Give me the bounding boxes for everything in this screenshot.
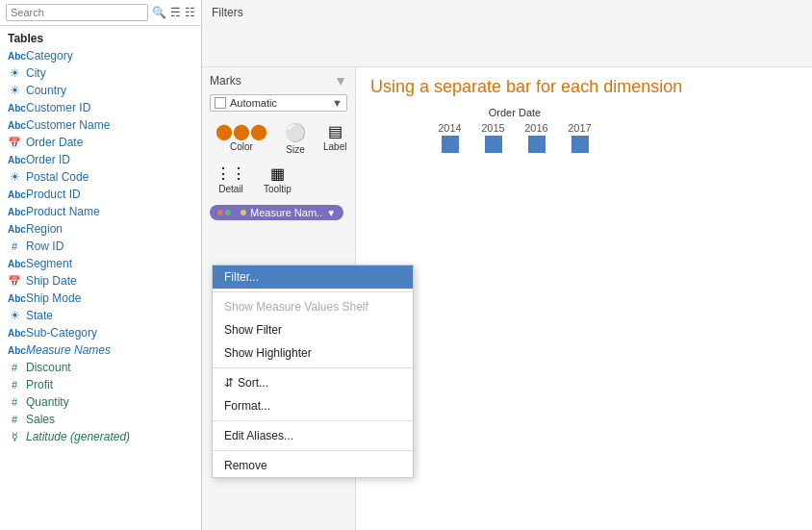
abc-icon: Abc (8, 344, 21, 356)
measure-pill[interactable]: Measure Nam.. ▼ (210, 205, 343, 220)
sidebar-item-label-state: State (26, 309, 53, 322)
sidebar-item-sales[interactable]: #Sales (0, 411, 201, 428)
sidebar-item-order-id[interactable]: AbcOrder ID (0, 151, 201, 168)
calendar-icon: 📅 (8, 275, 21, 288)
context-edit-aliases[interactable]: Edit Aliases... (213, 424, 413, 447)
marks-btn-row1: ⬤⬤⬤ Color ⚪ Size ▤ Label (210, 119, 347, 158)
sidebar-item-state[interactable]: ☀State (0, 307, 201, 324)
globe-icon: ☀ (8, 170, 21, 184)
hash-icon: # (8, 362, 21, 373)
context-divider2 (213, 367, 413, 368)
marks-btn-row2: ⋮⋮ Detail ▦ Tooltip (210, 162, 347, 197)
bar-2015 (485, 136, 502, 153)
sidebar-item-city[interactable]: ☀City (0, 64, 201, 82)
sidebar-item-category[interactable]: AbcCategory (0, 47, 201, 64)
size-icon: ⚪ (285, 122, 306, 143)
context-divider4 (213, 450, 413, 451)
sidebar-item-label-row-id: Row ID (26, 240, 63, 253)
sidebar-item-label-order-date: Order Date (26, 136, 83, 149)
hash-blue-icon: # (8, 240, 21, 252)
sidebar-item-label-sales: Sales (26, 413, 55, 426)
pill-dots (217, 210, 246, 215)
search-input[interactable] (6, 4, 148, 21)
context-divider1 (213, 291, 413, 292)
sidebar-item-country[interactable]: ☀Country (0, 82, 201, 99)
sidebar-item-customer-name[interactable]: AbcCustomer Name (0, 116, 201, 134)
context-sort[interactable]: ⇵ Sort... (213, 371, 413, 394)
sidebar-item-customer-id[interactable]: AbcCustomer ID (0, 99, 201, 116)
sort-icon: ⇵ (224, 376, 234, 390)
sidebar-item-ship-mode[interactable]: AbcShip Mode (0, 290, 201, 307)
filter-button[interactable]: ☴ (170, 6, 181, 19)
sidebar-item-segment[interactable]: AbcSegment (0, 255, 201, 272)
abc-icon: Abc (8, 258, 21, 269)
context-show-highlighter[interactable]: Show Highlighter (213, 341, 413, 365)
marks-dropdown-label: Automatic (230, 97, 277, 109)
calendar-icon: 📅 (8, 137, 21, 149)
sidebar-item-label-customer-id: Customer ID (26, 101, 90, 114)
sidebar-item-latitude[interactable]: ☿Latitude (generated) (0, 428, 201, 445)
sidebar-item-label-order-id: Order ID (26, 153, 70, 166)
tooltip-btn[interactable]: ▦ Tooltip (258, 162, 297, 197)
sidebar-item-measure-names[interactable]: AbcMeasure Names (0, 341, 201, 359)
sidebar-item-product-name[interactable]: AbcProduct Name (0, 203, 201, 220)
marks-check (215, 97, 226, 109)
tables-title: Tables (0, 26, 201, 47)
viz-area: Using a separate bar for each dimension … (356, 67, 812, 530)
year-2016: 2016 (518, 122, 556, 134)
grid-button[interactable]: ☷ (185, 6, 195, 19)
marks-title: Marks ▼ (210, 73, 347, 88)
sidebar-item-label-customer-name: Customer Name (26, 118, 110, 132)
bar-2017 (571, 136, 589, 153)
size-btn[interactable]: ⚪ Size (279, 119, 312, 158)
context-remove[interactable]: Remove (213, 454, 413, 477)
sidebar-item-region[interactable]: AbcRegion (0, 220, 201, 238)
sidebar-item-label-ship-date: Ship Date (26, 274, 77, 288)
sidebar-item-label-postal-code: Postal Code (26, 170, 89, 184)
context-show-filter[interactable]: Show Filter (213, 318, 413, 341)
sidebar-item-label-category: Category (26, 49, 73, 63)
marks-panel: Marks ▼ Automatic ▼ ⬤⬤⬤ Color ⚪ Size ▤ (202, 67, 356, 530)
filters-panel: Filters (202, 0, 812, 67)
viz-chart: Order Date 2014 2015 2016 2017 (370, 107, 798, 153)
sidebar-item-order-date[interactable]: 📅Order Date (0, 134, 201, 151)
color-btn[interactable]: ⬤⬤⬤ Color (210, 119, 273, 158)
sidebar-item-postal-code[interactable]: ☀Postal Code (0, 168, 201, 186)
sidebar-item-ship-date[interactable]: 📅Ship Date (0, 272, 201, 290)
label-label: Label (323, 141, 346, 152)
sidebar-item-row-id[interactable]: #Row ID (0, 238, 201, 255)
main-content: Filters Marks ▼ Automatic ▼ ⬤⬤⬤ Color ⚪ (202, 0, 812, 530)
tooltip-label: Tooltip (264, 184, 292, 194)
abc-icon: Abc (8, 154, 21, 165)
sidebar-list: AbcCategory☀City☀CountryAbcCustomer IDAb… (0, 47, 201, 530)
chart-group-label: Order Date (428, 107, 601, 118)
context-filter[interactable]: Filter... (213, 265, 413, 289)
pill-arrow: ▼ (326, 208, 336, 218)
abc-icon: Abc (8, 206, 21, 217)
sidebar-item-discount[interactable]: #Discount (0, 359, 201, 376)
sidebar-item-sub-category[interactable]: AbcSub-Category (0, 324, 201, 341)
globe-icon: ☀ (8, 66, 21, 80)
abc-icon: Abc (8, 102, 21, 114)
hash-icon: # (8, 414, 21, 425)
sidebar-item-quantity[interactable]: #Quantity (0, 393, 201, 411)
size-label: Size (286, 144, 304, 155)
detail-btn[interactable]: ⋮⋮ Detail (210, 162, 252, 197)
bar-2016 (528, 136, 546, 153)
sidebar: 🔍 ☴ ☷ Tables AbcCategory☀City☀CountryAbc… (0, 0, 202, 530)
sidebar-item-label-profit: Profit (26, 378, 53, 391)
hash-icon: # (8, 396, 21, 408)
context-format[interactable]: Format... (213, 394, 413, 417)
sidebar-item-label-quantity: Quantity (26, 395, 69, 409)
search-button[interactable]: 🔍 (152, 6, 166, 19)
label-icon: ▤ (328, 122, 343, 140)
abc-icon: Abc (8, 189, 21, 200)
label-btn[interactable]: ▤ Label (317, 119, 352, 158)
detail-label: Detail (218, 184, 243, 194)
sidebar-item-label-ship-mode: Ship Mode (26, 291, 81, 305)
bar-2014 (442, 136, 459, 153)
sidebar-item-product-id[interactable]: AbcProduct ID (0, 186, 201, 203)
sidebar-item-label-product-name: Product Name (26, 205, 100, 218)
sidebar-item-profit[interactable]: #Profit (0, 376, 201, 393)
marks-dropdown[interactable]: Automatic ▼ (210, 94, 347, 112)
